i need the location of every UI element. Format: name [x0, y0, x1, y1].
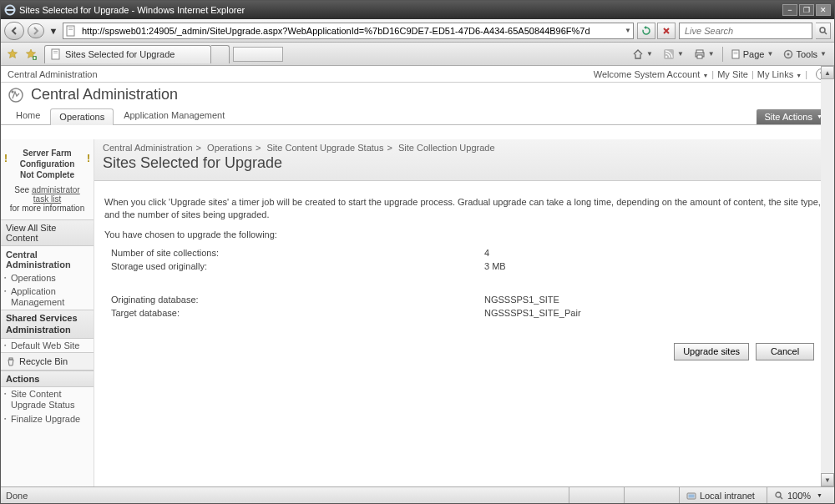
bc-current: Site Collection Upgrade: [398, 143, 495, 153]
sp-title-row: Central Administration: [1, 83, 834, 107]
tab-application-management[interactable]: Application Management: [115, 108, 233, 124]
site-actions-menu[interactable]: Site Actions: [757, 109, 827, 124]
scroll-down-button[interactable]: ▼: [821, 473, 834, 486]
recycle-label: Recycle Bin: [19, 356, 68, 366]
sp-site-label: Central Administration: [8, 69, 594, 79]
table-row: Target database: NGSSSPS1_SITE_Pair: [104, 306, 821, 320]
nav-head-shared-services: Shared Services Administration: [1, 310, 94, 338]
favorites-center-button[interactable]: [4, 47, 21, 62]
upgrade-sites-button[interactable]: Upgrade sites: [674, 343, 749, 360]
kv-value: 4: [484, 248, 821, 258]
warn-text: Server Farm: [23, 149, 71, 158]
sp-app-title: Central Administration: [31, 86, 178, 103]
tab-operations[interactable]: Operations: [50, 108, 114, 125]
recycle-bin-icon: [6, 356, 16, 366]
search-box[interactable]: [679, 23, 812, 39]
status-text: Done: [6, 491, 564, 501]
nav-item-operations[interactable]: Operations: [1, 271, 94, 285]
tab-page-icon: [50, 48, 62, 60]
tools-menu[interactable]: Tools▼: [779, 46, 831, 63]
svg-rect-3: [68, 29, 73, 30]
my-links-menu[interactable]: My Links ▼: [757, 69, 802, 79]
svg-point-4: [820, 28, 825, 33]
window-titlebar: Sites Selected for Upgrade - Windows Int…: [1, 1, 834, 19]
svg-rect-7: [52, 49, 59, 59]
recycle-bin-link[interactable]: Recycle Bin: [1, 352, 94, 370]
warn-text: Configuration: [20, 159, 75, 169]
security-zone[interactable]: Local intranet: [679, 487, 762, 503]
nav-item-site-content-upgrade-status[interactable]: Site Content Upgrade Status: [1, 387, 94, 412]
url-field[interactable]: ▼: [63, 23, 634, 39]
svg-rect-16: [733, 52, 737, 53]
scroll-up-button[interactable]: ▲: [821, 66, 834, 79]
bc-central-admin[interactable]: Central Administration: [103, 143, 193, 153]
quick-tabs-button[interactable]: [233, 47, 283, 62]
restore-button[interactable]: ❐: [799, 4, 814, 16]
vertical-scrollbar[interactable]: ▲ ▼: [821, 66, 834, 486]
page-icon: [65, 25, 77, 37]
print-button[interactable]: ▼: [690, 46, 719, 63]
search-button[interactable]: [816, 23, 831, 39]
minimize-button[interactable]: −: [782, 4, 797, 16]
svg-rect-8: [53, 51, 58, 52]
url-dropdown-icon[interactable]: ▼: [625, 27, 631, 34]
scroll-track[interactable]: [821, 79, 834, 473]
nav-item-default-web-site[interactable]: Default Web Site: [1, 339, 94, 352]
page-menu-label: Page: [743, 49, 765, 59]
svg-rect-1: [67, 26, 74, 36]
new-tab-button[interactable]: [211, 45, 230, 63]
sp-body: ! ! Server Farm Configuration Not Comple…: [1, 139, 834, 486]
stop-button[interactable]: [657, 23, 676, 39]
svg-point-11: [665, 55, 667, 57]
kv-label: Number of site collections:: [104, 248, 484, 258]
browser-tab[interactable]: Sites Selected for Upgrade: [44, 45, 211, 63]
warn-more: for more information: [10, 204, 84, 213]
command-bar: ▼ ▼ ▼ Page▼ Tools▼: [628, 46, 831, 63]
address-bar: ▼ ▼: [1, 19, 834, 43]
tab-home[interactable]: Home: [8, 108, 48, 124]
nav-item-app-management[interactable]: Application Management: [1, 285, 94, 310]
warn-text: Not Complete: [20, 170, 74, 179]
svg-line-5: [824, 32, 827, 34]
breadcrumb: Central Administration> Operations> Site…: [103, 143, 826, 153]
warning-icon: !: [87, 153, 90, 164]
kv-value: NGSSSPS1_SITE_Pair: [484, 308, 821, 318]
svg-rect-9: [53, 53, 58, 53]
recent-pages-dropdown[interactable]: ▼: [48, 22, 59, 40]
intro-text: When you click 'Upgrade sites' a timer j…: [104, 196, 821, 221]
central-admin-logo-icon: [8, 87, 24, 103]
svg-rect-2: [68, 28, 73, 28]
nav-head-actions: Actions: [1, 370, 94, 387]
home-button[interactable]: ▼: [628, 46, 657, 63]
sp-left-nav: ! ! Server Farm Configuration Not Comple…: [1, 139, 94, 486]
kv-label: Originating database:: [104, 295, 484, 305]
sp-main: Central Administration> Operations> Site…: [94, 139, 834, 486]
welcome-menu[interactable]: Welcome System Account ▼: [594, 69, 709, 79]
status-bar: Done Local intranet 100% ▼: [1, 486, 834, 503]
url-input[interactable]: [80, 25, 621, 37]
bc-site-content-upgrade-status[interactable]: Site Content Upgrade Status: [266, 143, 383, 153]
nav-item-finalize-upgrade[interactable]: Finalize Upgrade: [1, 412, 94, 426]
back-button[interactable]: [4, 22, 24, 40]
admin-task-list-link[interactable]: administrator task list: [32, 185, 80, 204]
refresh-button[interactable]: [637, 23, 655, 39]
svg-point-19: [787, 53, 790, 55]
add-favorites-button[interactable]: [23, 47, 39, 62]
nav-head-central-admin: Central Administration: [1, 246, 94, 271]
search-input[interactable]: [683, 25, 808, 37]
close-button[interactable]: ✕: [816, 4, 831, 16]
content-area: When you click 'Upgrade sites' a timer j…: [94, 181, 834, 369]
my-site-link[interactable]: My Site: [717, 69, 748, 79]
svg-line-25: [780, 496, 782, 499]
page-menu[interactable]: Page▼: [726, 46, 778, 63]
tab-title: Sites Selected for Upgrade: [65, 49, 175, 59]
forward-button[interactable]: [28, 23, 44, 38]
sp-user-bar: Central Administration Welcome System Ac…: [1, 66, 834, 83]
svg-rect-17: [733, 53, 737, 54]
bc-operations[interactable]: Operations: [207, 143, 252, 153]
zoom-control[interactable]: 100% ▼: [767, 487, 829, 503]
breadcrumb-strip: Central Administration> Operations> Site…: [94, 139, 834, 181]
cancel-button[interactable]: Cancel: [756, 343, 814, 360]
feeds-button[interactable]: ▼: [659, 46, 688, 63]
view-all-site-content[interactable]: View All Site Content: [1, 219, 94, 246]
